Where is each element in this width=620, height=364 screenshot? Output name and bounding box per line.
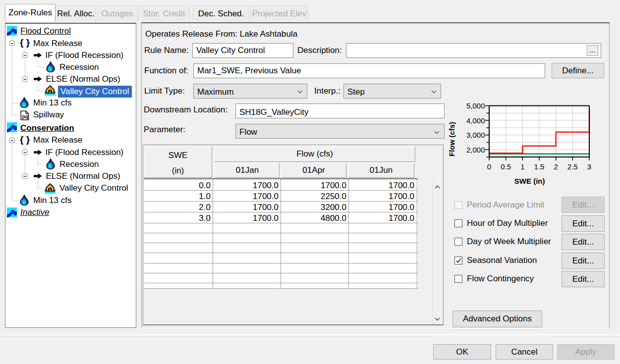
- svg-text:2.5: 2.5: [567, 162, 578, 171]
- svg-text:Flow (cfs): Flow (cfs): [448, 122, 456, 156]
- svg-text:SWE (in): SWE (in): [514, 177, 545, 185]
- svg-text:3: 3: [587, 162, 591, 171]
- svg-text:2: 2: [554, 162, 558, 171]
- svg-text:4,000: 4,000: [466, 116, 485, 125]
- svg-text:1.5: 1.5: [534, 162, 545, 171]
- svg-text:1: 1: [520, 162, 524, 171]
- svg-text:pq: pq: [22, 114, 28, 119]
- svg-text:5,000: 5,000: [466, 102, 485, 110]
- svg-text:2,000: 2,000: [466, 146, 485, 154]
- svg-text:0: 0: [487, 162, 491, 171]
- svg-text:0.5: 0.5: [501, 162, 511, 171]
- svg-text:3,000: 3,000: [466, 131, 485, 139]
